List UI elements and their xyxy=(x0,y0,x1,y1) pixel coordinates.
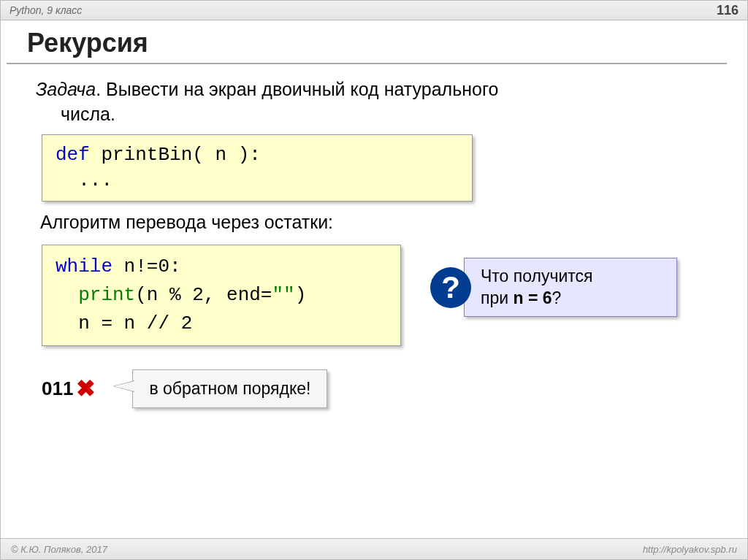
page-number: 116 xyxy=(717,3,739,18)
copyright: © К.Ю. Поляков, 2017 xyxy=(11,544,107,555)
q-line2a: при xyxy=(481,288,513,307)
c2-l3-two: 2 xyxy=(181,312,193,334)
c2-l1-rest: n!= xyxy=(112,256,158,277)
task-lead: Задача xyxy=(36,79,96,99)
slide-body: Задача. Вывести на экран двоичный код на… xyxy=(1,69,747,408)
c2-l2-open: (n % xyxy=(135,284,192,306)
c2-l2-end: , end= xyxy=(204,284,272,306)
kw-print: print xyxy=(56,284,135,306)
c2-l3-a: n = n // xyxy=(56,312,181,334)
callout-tail-icon xyxy=(112,380,134,392)
callout-text: в обратном порядке! xyxy=(149,379,310,398)
c2-l1-zero: 0 xyxy=(158,256,169,277)
result-value: 011 xyxy=(42,377,73,400)
footer-url: http://kpolyakov.spb.ru xyxy=(643,544,737,555)
row-code-question: while n!=0: print(n % 2, end="") n = n /… xyxy=(36,237,718,353)
question-mark-icon: ? xyxy=(430,267,471,308)
code1-l2: ... xyxy=(56,169,112,191)
task-line2: числа. xyxy=(61,102,718,127)
code1-rest: printBin( n ): xyxy=(90,144,261,166)
header-bar: Python, 9 класс 116 xyxy=(1,1,747,20)
algorithm-subhead: Алгоритм перевода через остатки: xyxy=(40,212,718,233)
q-line2b: n = 6 xyxy=(513,288,552,307)
kw-while: while xyxy=(56,256,112,277)
c2-l2-close: ) xyxy=(295,284,307,306)
c2-l1-colon: : xyxy=(169,256,181,277)
title-wrap: Рекурсия xyxy=(7,20,727,64)
kw-def: def xyxy=(56,144,90,166)
question-box: ? Что получится при n = 6? xyxy=(430,258,677,318)
c2-l2-two: 2 xyxy=(192,284,204,306)
footer-bar: © К.Ю. Поляков, 2017 http://kpolyakov.sp… xyxy=(1,538,747,559)
page-title: Рекурсия xyxy=(27,28,727,58)
code-box-def: def printBin( n ): ... xyxy=(42,134,473,202)
result-row: 011 ✖ в обратном порядке! xyxy=(42,369,718,408)
task-line1: . Вывести на экран двоичный код натураль… xyxy=(96,79,498,99)
slide: Python, 9 класс 116 Рекурсия Задача. Выв… xyxy=(0,0,748,560)
course-label: Python, 9 класс xyxy=(9,4,82,16)
q-line2c: ? xyxy=(552,288,562,307)
c2-l2-str: "" xyxy=(272,284,294,306)
code-box-while: while n!=0: print(n % 2, end="") n = n /… xyxy=(42,245,401,346)
question-text: Что получится при n = 6? xyxy=(464,258,677,318)
task-text: Задача. Вывести на экран двоичный код на… xyxy=(36,77,718,127)
result-value-wrap: 011 ✖ xyxy=(42,375,96,402)
q-line1: Что получится xyxy=(481,266,593,285)
cross-icon: ✖ xyxy=(76,375,96,402)
callout-box: в обратном порядке! xyxy=(132,369,327,408)
